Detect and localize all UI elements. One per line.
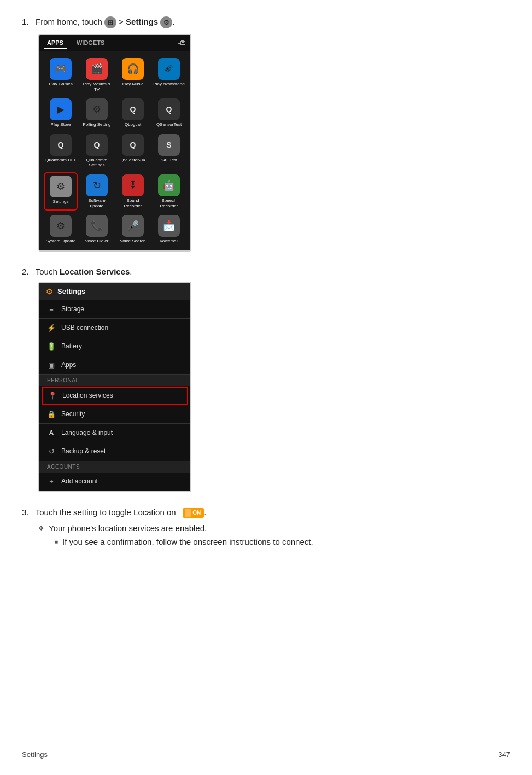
accounts-section-header: ACCOUNTS (39, 461, 190, 473)
language-label: Language & input (61, 429, 113, 436)
app-icon: 📞 (86, 215, 108, 237)
app-icon: 🗞 (158, 58, 180, 80)
storage-label: Storage (61, 305, 84, 313)
step-3: 3. Touch the setting to toggle Location … (22, 508, 510, 546)
list-item[interactable]: Q Qualcomm Settings (80, 132, 114, 170)
apps-icon: ▣ (47, 361, 56, 369)
app-icon: ▶ (50, 98, 72, 120)
usb-icon: ⚡ (47, 324, 56, 332)
list-item[interactable]: Q QLogcat (116, 96, 150, 130)
settings-apps-item[interactable]: ▣ Apps (39, 356, 190, 375)
toggle-box (185, 509, 191, 517)
add-icon: + (47, 477, 56, 486)
list-item[interactable]: 📞 Voice Dialer (80, 213, 114, 246)
app-icon: Q (122, 98, 144, 120)
list-item[interactable]: 🎬 Play Movies & TV (80, 56, 114, 94)
app-icon: Q (158, 98, 180, 120)
location-label: Location services (62, 392, 113, 399)
list-item[interactable]: 🎧 Play Music (116, 56, 150, 94)
list-item[interactable]: Q Qualcomm DLT (44, 132, 78, 170)
battery-icon: 🔋 (47, 342, 56, 351)
personal-section-header: PERSONAL (39, 375, 190, 386)
app-icon: ⚙ (86, 98, 108, 120)
backup-label: Backup & reset (61, 447, 106, 455)
list-item[interactable]: 🎤 Voice Search (116, 213, 150, 246)
list-item[interactable]: ▶ Play Store (44, 96, 78, 130)
settings-gear-icon: ⚙ (160, 16, 172, 28)
list-item[interactable]: 🎮 Play Games (44, 56, 78, 94)
home-apps-icon: ⊞ (104, 16, 116, 28)
footer-left-label: Settings (22, 750, 48, 759)
settings-language-item[interactable]: A Language & input (39, 424, 190, 442)
step-3-text: 3. Touch the setting to toggle Location … (22, 508, 510, 518)
list-item[interactable]: Q QSensorTest (152, 96, 186, 130)
phone-screenshot-2: ⚙ Settings ≡ Storage ⚡ USB connection 🔋 … (38, 282, 191, 492)
settings-storage-item[interactable]: ≡ Storage (39, 300, 190, 319)
step-3-bullets: ❖ Your phone's location services are ena… (38, 523, 510, 546)
apps-tab[interactable]: APPS (44, 37, 67, 49)
sub-bullet-item-1: ■ If you see a confirmation, follow the … (55, 537, 510, 546)
settings-backup-item[interactable]: ↺ Backup & reset (39, 442, 190, 461)
storage-icon: ≡ (47, 305, 56, 313)
security-label: Security (61, 410, 85, 418)
backup-icon: ↺ (47, 447, 56, 456)
settings-menu-list: ≡ Storage ⚡ USB connection 🔋 Battery ▣ A… (39, 300, 190, 491)
phone-screenshot-1: APPS WIDGETS 🛍 🎮 Play Games 🎬 Play Movie… (38, 34, 191, 252)
list-item[interactable]: ⚙ System Update (44, 213, 78, 246)
location-icon: 📍 (48, 392, 57, 400)
app-icon: ↻ (86, 174, 108, 196)
settings-header: ⚙ Settings (39, 283, 190, 300)
footer-right-page-number: 347 (498, 750, 510, 759)
app-icon: S (158, 134, 180, 156)
app-icon: 📩 (158, 215, 180, 237)
list-item[interactable]: ↻ Software update (80, 172, 114, 211)
square-bullet-icon: ■ (55, 539, 58, 545)
app-icon: ⚙ (50, 215, 72, 237)
list-item[interactable]: S SAETest (152, 132, 186, 170)
settings-battery-item[interactable]: 🔋 Battery (39, 337, 190, 356)
apps-label: Apps (61, 361, 76, 369)
settings-usb-item[interactable]: ⚡ USB connection (39, 319, 190, 337)
settings-screen-title: Settings (57, 287, 85, 295)
gear-icon: ⚙ (46, 287, 53, 296)
step-1: 1. From home, touch ⊞ > Settings ⚙. APPS… (22, 16, 510, 252)
phone1-header: APPS WIDGETS 🛍 (39, 35, 190, 51)
settings-add-account-item[interactable]: + Add account (39, 473, 190, 491)
settings-app-icon: ⚙ (50, 176, 72, 197)
step-1-text: 1. From home, touch ⊞ > Settings ⚙. (22, 16, 510, 28)
list-item[interactable]: 🤖 Speech Recorder (152, 172, 186, 211)
sub-bullets: ■ If you see a confirmation, follow the … (55, 537, 510, 546)
apps-grid: 🎮 Play Games 🎬 Play Movies & TV 🎧 Play M… (39, 51, 190, 250)
settings-location-item[interactable]: 📍 Location services (42, 387, 188, 405)
app-icon: 🎮 (50, 58, 72, 80)
add-account-label: Add account (61, 477, 98, 485)
app-icon: 🤖 (158, 174, 180, 196)
widgets-tab[interactable]: WIDGETS (73, 37, 108, 49)
bullet-item-1: ❖ Your phone's location services are ena… (38, 523, 510, 533)
step-2-text: 2. Touch Location Services. (22, 267, 510, 276)
app-icon: 🎧 (122, 58, 144, 80)
app-icon: 🎤 (122, 215, 144, 237)
app-icon: 🎙 (122, 174, 144, 196)
security-icon: 🔒 (47, 410, 56, 418)
list-item[interactable]: 📩 Voicemail (152, 213, 186, 246)
app-icon: Q (122, 134, 144, 156)
toggle-on-indicator: ON (183, 508, 204, 518)
usb-label: USB connection (61, 324, 108, 331)
language-icon: A (47, 429, 56, 437)
app-icon: Q (86, 134, 108, 156)
list-item[interactable]: 🎙 Sound Recorder (116, 172, 150, 211)
list-item[interactable]: ⚙ Polling Setting (80, 96, 114, 130)
store-icon: 🛍 (177, 37, 186, 49)
list-item[interactable]: 🗞 Play Newsstand (152, 56, 186, 94)
battery-label: Battery (61, 342, 82, 350)
list-item[interactable]: ⚙ Settings (44, 172, 78, 211)
diamond-bullet-icon: ❖ (38, 525, 44, 532)
page-footer: Settings 347 (22, 750, 510, 759)
list-item[interactable]: Q QVTester-04 (116, 132, 150, 170)
step-2: 2. Touch Location Services. ⚙ Settings ≡… (22, 267, 510, 492)
app-icon: 🎬 (86, 58, 108, 80)
settings-security-item[interactable]: 🔒 Security (39, 405, 190, 424)
app-icon: Q (50, 134, 72, 156)
